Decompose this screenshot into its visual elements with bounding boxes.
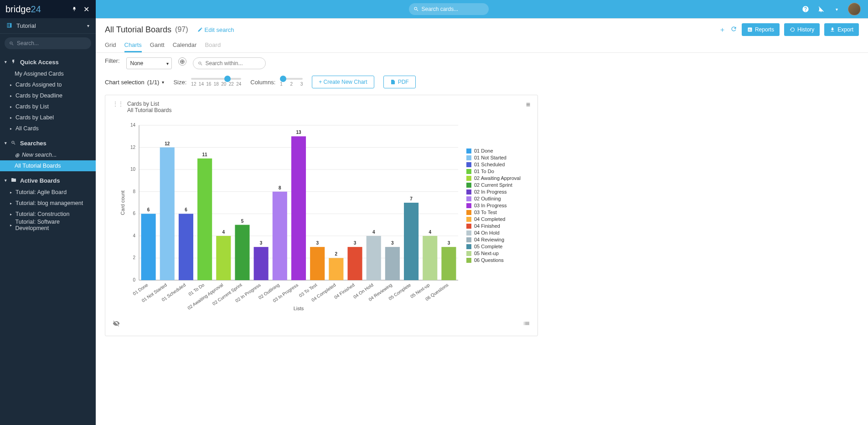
dropdown-caret-icon[interactable]: ▾ xyxy=(832,5,841,13)
search-cards-input[interactable] xyxy=(422,6,484,12)
legend-item[interactable]: 01 Scheduled xyxy=(466,162,530,167)
history-button[interactable]: History xyxy=(784,23,820,36)
caret-right-icon: ▸ xyxy=(10,116,15,120)
bar[interactable] xyxy=(329,258,343,280)
bar[interactable] xyxy=(273,192,287,280)
tab-charts[interactable]: Charts xyxy=(124,39,142,52)
bar[interactable] xyxy=(404,203,418,280)
legend-item[interactable]: 04 On Hold xyxy=(466,230,530,236)
sidebar-item[interactable]: My Assigned Cards xyxy=(0,68,96,79)
svg-text:6: 6 xyxy=(185,207,187,212)
tab-board: Board xyxy=(205,39,221,52)
close-icon[interactable]: ✕ xyxy=(82,5,90,13)
bar[interactable] xyxy=(254,247,269,280)
legend-item[interactable]: 02 In Progress xyxy=(466,189,530,195)
legend-item[interactable]: 03 To Test xyxy=(466,210,530,215)
edit-search-link[interactable]: Edit search xyxy=(197,26,234,33)
caret-right-icon: ▸ xyxy=(10,212,15,216)
sidebar-section-quick-access[interactable]: ▾ Quick Access xyxy=(0,56,96,68)
sidebar-item[interactable]: ▸Tutorial: Software Development xyxy=(0,220,96,230)
sidebar-item[interactable]: ▸Cards Assigned to xyxy=(0,79,96,90)
help-icon[interactable] xyxy=(801,5,810,13)
bar[interactable] xyxy=(216,236,231,280)
legend-item[interactable]: 01 To Do xyxy=(466,169,530,174)
search-cards[interactable] xyxy=(409,3,489,15)
sidebar-item[interactable]: ▸Tutorial: Construction xyxy=(0,209,96,220)
legend-item[interactable]: 01 Done xyxy=(466,148,530,154)
search-within[interactable] xyxy=(193,57,266,69)
bar[interactable] xyxy=(347,247,362,280)
bar[interactable] xyxy=(197,159,212,280)
sidebar-search[interactable] xyxy=(5,37,91,49)
bar[interactable] xyxy=(441,247,456,280)
pdf-button[interactable]: PDF xyxy=(383,76,416,88)
sidebar-item[interactable]: ▸Tutorial: Agile Board xyxy=(0,187,96,198)
legend-item[interactable]: 02 Current Sprint xyxy=(466,182,530,188)
sidebar-top-tutorial[interactable]: Tutorial ▾ xyxy=(0,18,96,34)
legend-item[interactable]: 01 Not Started xyxy=(466,155,530,160)
chart-selection-dropdown[interactable]: Chart selection (1/1) ▾ xyxy=(105,79,164,86)
svg-text:11: 11 xyxy=(202,152,208,157)
svg-text:4: 4 xyxy=(372,230,375,235)
chart-title: Cards by List xyxy=(127,101,171,107)
legend-item[interactable]: 02 Outlining xyxy=(466,196,530,201)
add-icon[interactable]: ＋ xyxy=(719,26,726,34)
tab-gantt[interactable]: Gantt xyxy=(150,39,165,52)
svg-text:3: 3 xyxy=(391,241,394,246)
bar[interactable] xyxy=(423,236,437,280)
reports-button[interactable]: Reports xyxy=(742,23,780,36)
size-slider[interactable] xyxy=(191,78,241,80)
legend-item[interactable]: 04 Finished xyxy=(466,223,530,229)
notifications-off-icon[interactable] xyxy=(817,5,825,13)
legend-item[interactable]: 05 Next-up xyxy=(466,251,530,256)
legend-item[interactable]: 02 Awaiting Approval xyxy=(466,175,530,181)
search-within-input[interactable] xyxy=(206,60,261,67)
legend-item[interactable]: 03 In Progress xyxy=(466,203,530,208)
folder-icon xyxy=(11,177,17,184)
bar[interactable] xyxy=(385,247,400,280)
sidebar-item[interactable]: ▸Cards by List xyxy=(0,101,96,112)
svg-text:14: 14 xyxy=(130,123,136,128)
svg-text:3: 3 xyxy=(448,241,450,246)
sidebar-section-searches[interactable]: ▾ Searches xyxy=(0,137,96,149)
columns-slider[interactable] xyxy=(280,78,303,80)
add-filter-button[interactable]: ⊕ xyxy=(178,57,186,66)
svg-text:01 To Do: 01 To Do xyxy=(187,282,205,297)
caret-down-icon: ▾ xyxy=(5,60,9,64)
tab-grid[interactable]: Grid xyxy=(105,39,116,52)
sidebar-item[interactable]: ▸Cards by Deadline xyxy=(0,90,96,101)
create-new-chart-button[interactable]: + Create New Chart xyxy=(312,76,374,88)
export-button[interactable]: Export xyxy=(824,23,859,36)
sidebar-item-new-search[interactable]: ⊕ New search... xyxy=(0,149,96,160)
legend-item[interactable]: 04 Completed xyxy=(466,216,530,222)
bar[interactable] xyxy=(367,236,381,280)
bar[interactable] xyxy=(160,148,175,280)
sidebar-item[interactable]: ▸Cards by Label xyxy=(0,112,96,123)
bar[interactable] xyxy=(141,214,156,280)
tab-calendar[interactable]: Calendar xyxy=(173,39,197,52)
drag-handle-icon[interactable]: ⋮⋮ xyxy=(113,101,124,107)
caret-right-icon: ▸ xyxy=(10,105,15,109)
bar[interactable] xyxy=(291,136,306,280)
sidebar-item[interactable]: ▸Tutorial: blog management xyxy=(0,198,96,209)
visibility-toggle-icon[interactable] xyxy=(113,320,120,328)
sidebar-section-active-boards[interactable]: ▾ Active Boards xyxy=(0,174,96,187)
legend-item[interactable]: 05 Complete xyxy=(466,244,530,249)
refresh-icon[interactable] xyxy=(730,26,737,34)
sidebar-item[interactable]: ▸All Cards xyxy=(0,123,96,134)
filter-select[interactable]: None xyxy=(126,57,172,69)
sidebar-search-input[interactable] xyxy=(17,40,87,46)
list-view-icon[interactable] xyxy=(523,320,530,328)
pin-icon[interactable] xyxy=(70,5,78,13)
svg-text:12: 12 xyxy=(130,145,136,150)
bar[interactable] xyxy=(179,214,193,280)
legend-item[interactable]: 06 Questions xyxy=(466,257,530,263)
avatar[interactable] xyxy=(848,3,861,15)
legend-item[interactable]: 04 Reviewing xyxy=(466,237,530,242)
chart-menu-icon[interactable]: ≡ xyxy=(526,101,530,109)
sidebar-item-all-tutorial-boards[interactable]: All Tutorial Boards xyxy=(0,160,96,171)
bar[interactable] xyxy=(310,247,325,280)
bar[interactable] xyxy=(235,225,249,280)
svg-text:4: 4 xyxy=(133,233,135,238)
lightning-icon xyxy=(11,59,17,66)
